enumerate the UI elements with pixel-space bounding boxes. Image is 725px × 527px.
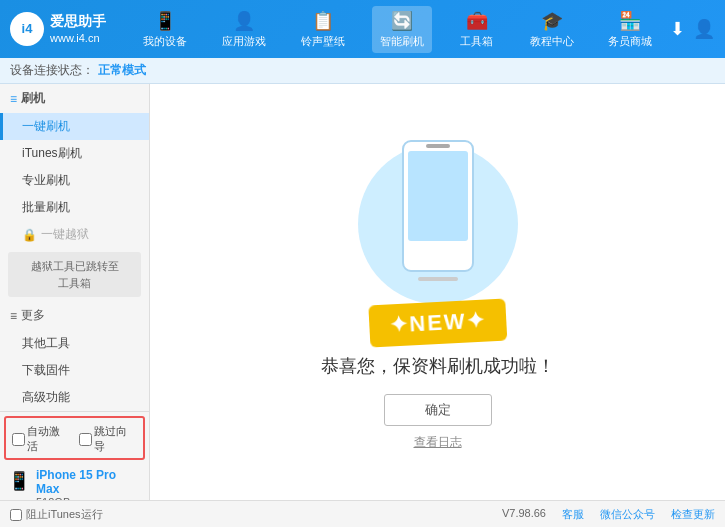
more-section-header: ≡ 更多 <box>0 301 149 330</box>
sub-header: 设备连接状态： 正常模式 <box>0 58 725 84</box>
sidebar-item-pro-flash[interactable]: 专业刷机 <box>0 167 149 194</box>
more-icon: ≡ <box>10 309 17 323</box>
sync-contacts-checkbox[interactable] <box>79 433 92 446</box>
device-icon: 📱 <box>154 10 176 32</box>
tutorials-icon: 🎓 <box>541 10 563 32</box>
nav-tools[interactable]: 🧰 工具箱 <box>451 6 503 53</box>
nav-label: 应用游戏 <box>222 34 266 49</box>
flash-icon: 🔄 <box>391 10 413 32</box>
apps-icon: 👤 <box>233 10 255 32</box>
status-value: 正常模式 <box>98 62 146 79</box>
wechat-link[interactable]: 微信公众号 <box>600 507 655 522</box>
nav-tutorials[interactable]: 🎓 教程中心 <box>522 6 582 53</box>
new-badge: ✦NEW✦ <box>368 298 507 347</box>
ringtones-icon: 📋 <box>312 10 334 32</box>
check-update-link[interactable]: 检查更新 <box>671 507 715 522</box>
block-itunes-label: 阻止iTunes运行 <box>26 507 103 522</box>
status-prefix: 设备连接状态： <box>10 62 94 79</box>
block-itunes-checkbox[interactable] <box>10 509 22 521</box>
logo-text: 爱思助手 www.i4.cn <box>50 12 106 47</box>
flash-section-icon: ≡ <box>10 92 17 106</box>
new-text: ✦NEW✦ <box>388 307 487 337</box>
nav-label: 务员商城 <box>608 34 652 49</box>
success-message: 恭喜您，保资料刷机成功啦！ <box>321 354 555 378</box>
logo: i4 爱思助手 www.i4.cn <box>10 12 106 47</box>
content-area: ✦ ✦ ✦NEW✦ 恭喜您，保资料刷机成功啦！ 确定 查看日志 <box>150 84 725 500</box>
auto-activate-checkbox[interactable] <box>12 433 25 446</box>
sidebar-item-batch-flash[interactable]: 批量刷机 <box>0 194 149 221</box>
version-label: V7.98.66 <box>502 507 546 522</box>
nav-label: 教程中心 <box>530 34 574 49</box>
sidebar-item-one-click-flash[interactable]: 一键刷机 <box>0 113 149 140</box>
toolbox-notice: 越狱工具已跳转至 工具箱 <box>8 252 141 297</box>
main-layout: ≡ 刷机 一键刷机 iTunes刷机 专业刷机 批量刷机 🔒 一键越狱 越狱工具… <box>0 84 725 500</box>
svg-rect-3 <box>418 277 458 281</box>
sparkle-right: ✦ <box>500 154 510 168</box>
nav-my-device[interactable]: 📱 我的设备 <box>135 6 195 53</box>
logo-icon: i4 <box>10 12 44 46</box>
nav-smart-flash[interactable]: 🔄 智能刷机 <box>372 6 432 53</box>
log-link[interactable]: 查看日志 <box>414 434 462 451</box>
nav-label: 智能刷机 <box>380 34 424 49</box>
auto-activate-label[interactable]: 自动激活 <box>12 424 71 454</box>
device-options: 自动激活 跳过向导 <box>4 416 145 460</box>
sidebar: ≡ 刷机 一键刷机 iTunes刷机 专业刷机 批量刷机 🔒 一键越狱 越狱工具… <box>0 84 150 500</box>
phone-illustration: ✦ ✦ ✦NEW✦ <box>338 134 538 354</box>
brand-url: www.i4.cn <box>50 31 106 46</box>
device-info: 📱 iPhone 15 Pro Max 512GB iPhone <box>0 464 149 500</box>
device-name: iPhone 15 Pro Max <box>36 468 141 496</box>
svg-rect-2 <box>426 144 450 148</box>
footer: 阻止iTunes运行 V7.98.66 客服 微信公众号 检查更新 <box>0 500 725 527</box>
nav-label: 铃声壁纸 <box>301 34 345 49</box>
flash-section-header: ≡ 刷机 <box>0 84 149 113</box>
download-btn[interactable]: ⬇ <box>670 18 685 40</box>
device-details: iPhone 15 Pro Max 512GB iPhone <box>36 468 141 500</box>
store-icon: 🏪 <box>619 10 641 32</box>
confirm-button[interactable]: 确定 <box>384 394 492 426</box>
sidebar-item-itunes-flash[interactable]: iTunes刷机 <box>0 140 149 167</box>
brand-name: 爱思助手 <box>50 12 106 32</box>
sparkle-left: ✦ <box>368 149 381 168</box>
nav-right: ⬇ 👤 <box>670 18 715 40</box>
device-panel: 自动激活 跳过向导 📱 iPhone 15 Pro Max 512GB iPho… <box>0 411 149 500</box>
sidebar-item-advanced[interactable]: 高级功能 <box>0 384 149 411</box>
sidebar-item-jailbreak: 🔒 一键越狱 <box>0 221 149 248</box>
nav-bar: 📱 我的设备 👤 应用游戏 📋 铃声壁纸 🔄 智能刷机 🧰 工具箱 🎓 教程中心… <box>126 6 670 53</box>
nav-label: 我的设备 <box>143 34 187 49</box>
header: i4 爱思助手 www.i4.cn 📱 我的设备 👤 应用游戏 📋 铃声壁纸 🔄… <box>0 0 725 58</box>
feedback-link[interactable]: 客服 <box>562 507 584 522</box>
sidebar-item-download-firmware[interactable]: 下载固件 <box>0 357 149 384</box>
sidebar-item-other-tools[interactable]: 其他工具 <box>0 330 149 357</box>
sync-contacts-label[interactable]: 跳过向导 <box>79 424 138 454</box>
user-btn[interactable]: 👤 <box>693 18 715 40</box>
nav-ringtones[interactable]: 📋 铃声壁纸 <box>293 6 353 53</box>
svg-rect-1 <box>408 151 468 241</box>
nav-store[interactable]: 🏪 务员商城 <box>600 6 660 53</box>
device-phone-icon: 📱 <box>8 470 30 492</box>
device-storage: 512GB <box>36 496 141 500</box>
lock-icon: 🔒 <box>22 228 37 242</box>
tools-icon: 🧰 <box>466 10 488 32</box>
footer-left: 阻止iTunes运行 <box>10 507 103 522</box>
phone-svg <box>398 139 478 289</box>
nav-label: 工具箱 <box>460 34 493 49</box>
nav-apps[interactable]: 👤 应用游戏 <box>214 6 274 53</box>
footer-right: V7.98.66 客服 微信公众号 检查更新 <box>502 507 715 522</box>
